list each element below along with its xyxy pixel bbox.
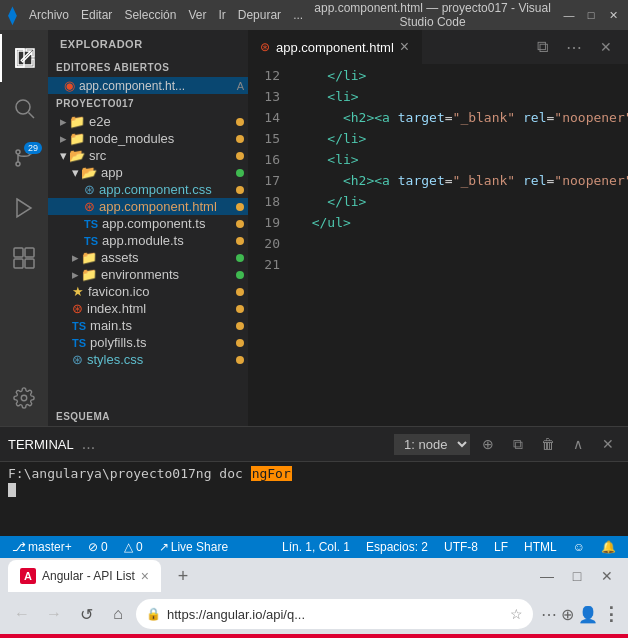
menu-depurar[interactable]: Depurar <box>238 8 281 22</box>
chrome-refresh-button[interactable]: ↺ <box>72 600 100 628</box>
sidebar-item-debug[interactable] <box>0 184 48 232</box>
tree-favicon[interactable]: ★ favicon.ico <box>48 283 248 300</box>
tree-assets[interactable]: ▸ 📁 assets <box>48 249 248 266</box>
menu-archivo[interactable]: Archivo <box>29 8 69 22</box>
terminal-more-button[interactable]: ... <box>82 435 95 453</box>
svg-point-4 <box>16 150 20 154</box>
sidebar: Explorador Editores Abiertos ◉ app.compo… <box>48 30 248 426</box>
chrome-maximize-button[interactable]: □ <box>564 563 590 589</box>
split-terminal-button[interactable]: ⧉ <box>506 432 530 456</box>
close-button[interactable]: ✕ <box>606 8 620 22</box>
sidebar-header: Explorador <box>48 30 248 58</box>
sidebar-item-source-control[interactable]: 29 <box>0 134 48 182</box>
menu-ver[interactable]: Ver <box>188 8 206 22</box>
line-ending-item[interactable]: LF <box>490 540 512 554</box>
terminal-highlight-text: ngFor <box>251 466 292 481</box>
css-file-icon: ⊛ <box>84 182 95 197</box>
ico-file-icon: ★ <box>72 284 84 299</box>
git-branch-item[interactable]: ⎇ master+ <box>8 540 76 554</box>
encoding-item[interactable]: UTF-8 <box>440 540 482 554</box>
chrome-forward-button[interactable]: → <box>40 600 68 628</box>
chrome-tab-close-button[interactable]: × <box>141 568 149 584</box>
chrome-new-tab-button[interactable]: + <box>169 562 197 590</box>
language-label: HTML <box>524 540 557 554</box>
new-terminal-button[interactable]: ⊕ <box>476 432 500 456</box>
sidebar-item-extensions[interactable] <box>0 234 48 282</box>
split-editor-button[interactable]: ⧉ <box>528 33 556 61</box>
terminal-tab[interactable]: TERMINAL <box>8 437 74 452</box>
chevron-right-icon: ▸ <box>60 114 67 129</box>
window-controls: — □ ✕ <box>562 8 620 22</box>
smiley-item[interactable]: ☺ <box>569 540 589 554</box>
terminal-shell-select[interactable]: 1: node <box>394 434 470 455</box>
maximize-terminal-button[interactable]: ∧ <box>566 432 590 456</box>
bell-item[interactable]: 🔔 <box>597 540 620 554</box>
menu-ir[interactable]: Ir <box>218 8 225 22</box>
sidebar-item-search[interactable] <box>0 84 48 132</box>
tree-node-modules[interactable]: ▸ 📁 node_modules <box>48 130 248 147</box>
tab-close-icon[interactable]: × <box>400 38 409 56</box>
sidebar-item-explorer[interactable] <box>0 34 48 82</box>
errors-item[interactable]: ⊘ 0 <box>84 540 112 554</box>
svg-line-2 <box>29 113 35 119</box>
tree-polyfills-ts[interactable]: TS polyfills.ts <box>48 334 248 351</box>
address-star-icon[interactable]: ☆ <box>510 606 523 622</box>
terminal-header: TERMINAL ... 1: node ⊕ ⧉ 🗑 ∧ ✕ <box>0 427 628 462</box>
tree-main-ts[interactable]: TS main.ts <box>48 317 248 334</box>
editor-tab-component-html[interactable]: ⊛ app.component.html × <box>248 30 422 65</box>
menu-bar: ⧫ Archivo Editar Selección Ver Ir Depura… <box>8 4 303 26</box>
menu-editar[interactable]: Editar <box>81 8 112 22</box>
maximize-button[interactable]: □ <box>584 8 598 22</box>
ts-file-icon: TS <box>84 218 98 230</box>
tree-app-module-ts[interactable]: TS app.module.ts <box>48 232 248 249</box>
html-tab-icon: ⊛ <box>260 40 270 54</box>
sidebar-item-settings[interactable] <box>0 374 48 422</box>
vscode-main: 29 Explorador Editores Abiertos ◉ app.co… <box>0 30 628 426</box>
menu-seleccion[interactable]: Selección <box>124 8 176 22</box>
close-terminal-button[interactable]: ✕ <box>596 432 620 456</box>
folder-icon: 📁 <box>69 114 85 129</box>
status-dot <box>236 203 244 211</box>
chrome-back-button[interactable]: ← <box>8 600 36 628</box>
tree-e2e[interactable]: ▸ 📁 e2e <box>48 113 248 130</box>
tree-app-component-css[interactable]: ⊛ app.component.css <box>48 181 248 198</box>
terminal-body[interactable]: F:\angularya\proyecto017ng doc ngFor <box>0 462 628 536</box>
more-actions-button[interactable]: ⋯ <box>560 33 588 61</box>
close-editor-button[interactable]: ✕ <box>592 33 620 61</box>
chrome-minimize-button[interactable]: — <box>534 563 560 589</box>
menu-more[interactable]: ... <box>293 8 303 22</box>
open-file-component-html[interactable]: ◉ app.component.ht... A <box>48 77 248 94</box>
tree-src[interactable]: ▾ 📂 src <box>48 147 248 164</box>
status-dot <box>236 339 244 347</box>
chrome-close-button[interactable]: ✕ <box>594 563 620 589</box>
chrome-bookmark-icon[interactable]: ⊕ <box>561 605 574 624</box>
language-item[interactable]: HTML <box>520 540 561 554</box>
live-share-item[interactable]: ↗ Live Share <box>155 540 232 554</box>
tree-app-component-html[interactable]: ⊛ app.component.html <box>48 198 248 215</box>
status-dot <box>236 186 244 194</box>
chrome-menu-icon[interactable]: ⋮ <box>602 603 620 625</box>
code-line-20 <box>296 233 628 254</box>
chrome-extensions-icon[interactable]: ⋯ <box>541 605 557 624</box>
editor-area: ⊛ app.component.html × ⧉ ⋯ ✕ 12 13 14 15… <box>248 30 628 426</box>
status-dot <box>236 135 244 143</box>
chrome-user-icon[interactable]: 👤 <box>578 605 598 624</box>
code-content[interactable]: </li> <li> <h2><a target="_blank" rel="n… <box>288 65 628 426</box>
tree-environments[interactable]: ▸ 📁 environments <box>48 266 248 283</box>
spaces-item[interactable]: Espacios: 2 <box>362 540 432 554</box>
tree-app-component-ts[interactable]: TS app.component.ts <box>48 215 248 232</box>
chrome-tab-angular[interactable]: A Angular - API List × <box>8 560 161 592</box>
status-dot <box>236 356 244 364</box>
trash-terminal-button[interactable]: 🗑 <box>536 432 560 456</box>
code-line-15: </li> <box>296 128 628 149</box>
warnings-item[interactable]: △ 0 <box>120 540 147 554</box>
minimize-button[interactable]: — <box>562 8 576 22</box>
tree-app[interactable]: ▾ 📂 app <box>48 164 248 181</box>
tree-index-html[interactable]: ⊛ index.html <box>48 300 248 317</box>
ts-file-icon: TS <box>72 320 86 332</box>
angular-header: 🔍 Search 🐦 ⊛ <box>0 634 628 638</box>
tree-styles-css[interactable]: ⊛ styles.css <box>48 351 248 368</box>
chrome-home-button[interactable]: ⌂ <box>104 600 132 628</box>
position-item[interactable]: Lín. 1, Col. 1 <box>278 540 354 554</box>
git-icon: ⎇ <box>12 540 26 554</box>
